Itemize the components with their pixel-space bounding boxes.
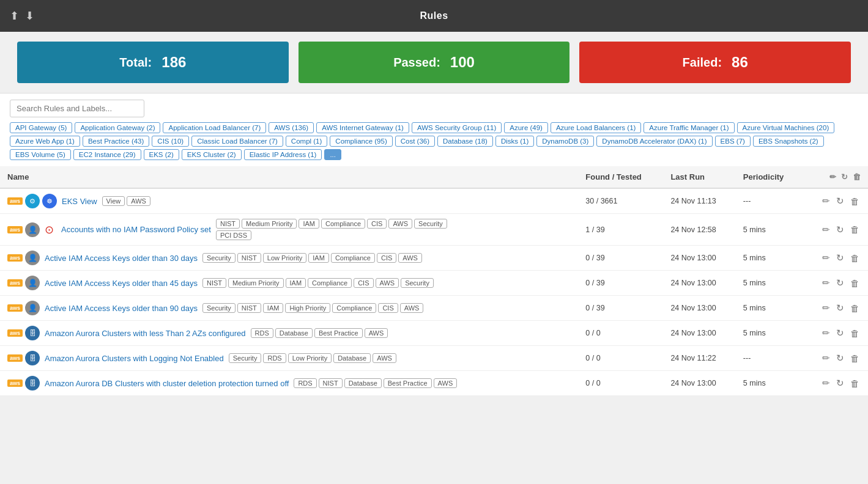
delete-icon[interactable]: 🗑 <box>849 327 861 340</box>
filter-tag[interactable]: EBS Volume (5) <box>10 149 71 160</box>
rule-tag[interactable]: Database <box>344 378 382 388</box>
rule-tag[interactable]: CIS <box>367 219 387 229</box>
filter-tag[interactable]: DynamoDB (3) <box>536 136 594 147</box>
rule-tag[interactable]: AWS <box>388 219 412 229</box>
rule-tag[interactable]: Security <box>229 353 262 363</box>
rule-name[interactable]: Active IAM Access Keys older than 45 day… <box>45 279 198 288</box>
edit-icon[interactable]: ✏ <box>821 194 831 208</box>
rule-tag[interactable]: Security <box>202 303 236 313</box>
delete-icon[interactable]: 🗑 <box>849 302 861 315</box>
filter-tag[interactable]: EBS (7) <box>715 136 751 147</box>
filter-tag[interactable]: Database (18) <box>437 136 493 147</box>
filter-tag[interactable]: Classic Load Balancer (7) <box>191 136 283 147</box>
rule-name[interactable]: Amazon Aurora DB Clusters with cluster d… <box>45 379 289 388</box>
filter-tag[interactable]: Azure Traffic Manager (1) <box>644 122 734 133</box>
rule-tag[interactable]: IAM <box>308 253 329 263</box>
filter-tag[interactable]: EBS Snapshots (2) <box>753 136 824 147</box>
filter-tag[interactable]: AWS Security Group (11) <box>412 122 502 133</box>
edit-icon[interactable]: ✏ <box>821 223 831 237</box>
edit-icon[interactable]: ✏ <box>821 276 831 290</box>
search-input[interactable] <box>10 100 144 117</box>
rule-tag[interactable]: IAM <box>286 278 306 288</box>
rule-tag[interactable]: IAM <box>299 219 319 229</box>
filter-tag[interactable]: EC2 Instance (29) <box>73 149 141 160</box>
filter-tag[interactable]: Compl (1) <box>286 136 327 147</box>
rule-tag[interactable]: RDS <box>294 378 316 388</box>
rule-tag[interactable]: Medium Priority <box>228 278 283 288</box>
filter-tag[interactable]: DynamoDB Accelerator (DAX) (1) <box>596 136 712 147</box>
delete-icon[interactable]: 🗑 <box>849 277 861 290</box>
edit-icon[interactable]: ✏ <box>821 351 831 365</box>
refresh-icon[interactable]: ↻ <box>835 276 845 290</box>
rule-tag[interactable]: Low Priority <box>263 253 306 263</box>
refresh-icon[interactable]: ↻ <box>835 194 845 208</box>
refresh-icon[interactable]: ↻ <box>835 301 845 315</box>
filter-tag[interactable]: EKS (2) <box>144 149 179 160</box>
rule-tag[interactable]: NIST <box>202 278 226 288</box>
rule-tag[interactable]: Database <box>275 328 313 338</box>
rule-name[interactable]: Active IAM Access Keys older than 30 day… <box>45 254 198 263</box>
rule-tag[interactable]: View <box>102 196 125 206</box>
rule-tag[interactable]: AWS <box>376 278 399 288</box>
filter-tag[interactable]: Disks (1) <box>495 136 534 147</box>
rule-tag[interactable]: NIST <box>319 378 343 388</box>
rule-tag[interactable]: AWS <box>365 328 388 338</box>
rule-tag[interactable]: NIST <box>237 253 261 263</box>
rule-tag[interactable]: Best Practice <box>384 378 432 388</box>
filter-tag[interactable]: ... <box>324 149 341 160</box>
rule-tag[interactable]: PCI DSS <box>216 230 251 240</box>
filter-tag[interactable]: Azure Load Balancers (1) <box>551 122 641 133</box>
refresh-icon[interactable]: ↻ <box>835 376 845 390</box>
rule-tag[interactable]: Security <box>401 278 434 288</box>
filter-tag[interactable]: Compliance (95) <box>330 136 392 147</box>
delete-icon[interactable]: 🗑 <box>849 252 861 265</box>
rule-name[interactable]: EKS View <box>62 197 97 206</box>
rule-tag[interactable]: Compliance <box>331 253 375 263</box>
refresh-icon[interactable]: ↻ <box>835 326 845 340</box>
rule-name[interactable]: Active IAM Access Keys older than 90 day… <box>45 304 198 313</box>
rule-tag[interactable]: NIST <box>216 219 240 229</box>
rule-tag[interactable]: Security <box>414 219 447 229</box>
rule-tag[interactable]: Compliance <box>321 219 365 229</box>
rule-tag[interactable]: RDS <box>251 328 273 338</box>
rule-tag[interactable]: Compliance <box>308 278 352 288</box>
rule-tag[interactable]: AWS <box>400 303 424 313</box>
filter-tag[interactable]: Application Gateway (2) <box>75 122 160 133</box>
rule-tag[interactable]: Database <box>333 353 371 363</box>
rule-tag[interactable]: AWS <box>398 253 422 263</box>
filter-tag[interactable]: AWS Internet Gateway (1) <box>316 122 409 133</box>
rule-tag[interactable]: Medium Priority <box>242 219 297 229</box>
rule-name[interactable]: Amazon Aurora Clusters with less Than 2 … <box>45 329 246 338</box>
filter-tag[interactable]: Cost (36) <box>395 136 435 147</box>
upload-icon[interactable]: ⬆ <box>10 9 19 23</box>
filter-tag[interactable]: Azure Web App (1) <box>10 136 80 147</box>
rule-tag[interactable]: NIST <box>237 303 261 313</box>
filter-tag[interactable]: CIS (10) <box>152 136 189 147</box>
refresh-icon[interactable]: ↻ <box>835 351 845 365</box>
rule-tag[interactable]: IAM <box>263 303 284 313</box>
edit-icon[interactable]: ✏ <box>821 326 831 340</box>
filter-tag[interactable]: Azure (49) <box>504 122 548 133</box>
edit-icon[interactable]: ✏ <box>821 301 831 315</box>
filter-tag[interactable]: Azure Virtual Machines (20) <box>737 122 835 133</box>
download-icon[interactable]: ⬇ <box>25 9 34 23</box>
delete-icon[interactable]: 🗑 <box>849 195 861 208</box>
refresh-icon[interactable]: ↻ <box>835 251 845 265</box>
filter-tag[interactable]: Best Practice (43) <box>83 136 149 147</box>
rule-tag[interactable]: Low Priority <box>288 353 332 363</box>
delete-icon[interactable]: 🗑 <box>849 223 861 236</box>
rule-tag[interactable]: CIS <box>377 253 396 263</box>
filter-tag[interactable]: AWS (136) <box>269 122 314 133</box>
filter-tag[interactable]: API Gateway (5) <box>10 122 72 133</box>
rule-tag[interactable]: RDS <box>263 353 286 363</box>
rule-tag[interactable]: AWS <box>373 353 396 363</box>
rule-tag[interactable]: CIS <box>354 278 373 288</box>
rule-tag[interactable]: AWS <box>434 378 458 388</box>
filter-tag[interactable]: Elastic IP Address (1) <box>244 149 322 160</box>
rule-tag[interactable]: Best Practice <box>314 328 363 338</box>
delete-icon[interactable]: 🗑 <box>849 352 861 365</box>
filter-tag[interactable]: Application Load Balancer (7) <box>163 122 266 133</box>
rule-tag[interactable]: CIS <box>378 303 398 313</box>
refresh-icon[interactable]: ↻ <box>835 223 845 237</box>
rule-name[interactable]: Accounts with no IAM Password Policy set <box>61 225 211 234</box>
